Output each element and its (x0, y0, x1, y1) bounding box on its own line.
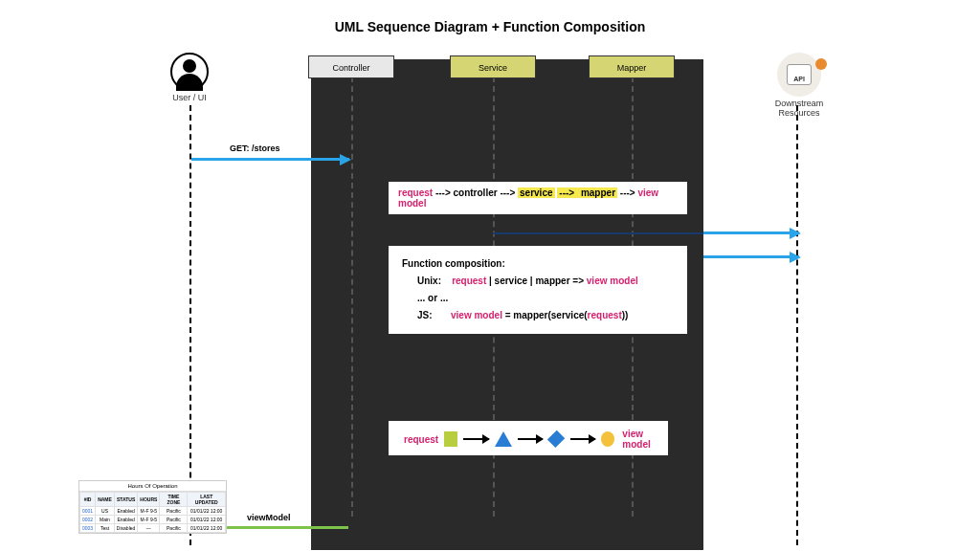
diamond-icon (547, 430, 566, 449)
td: — (138, 524, 160, 533)
js-end: )) (622, 310, 629, 320)
js-label: JS: (417, 310, 433, 320)
td: 0001 (80, 507, 96, 516)
table-header-row: #ID NAME STATUS HOURS TIME ZONE LAST UPD… (80, 493, 226, 507)
table-title: Hours Of Operation (79, 481, 226, 492)
td: US (96, 507, 115, 516)
th: HOURS (138, 493, 160, 507)
api-box-label: API (787, 64, 812, 85)
pipeline-sep3: ---> (557, 187, 579, 198)
shape-viewmodel-label: view model (622, 429, 668, 450)
arrow-request-label: GET: /stores (230, 143, 280, 153)
js-viewmodel: view model (451, 310, 502, 320)
actor-downstream-label: Downstream Resources (756, 99, 842, 118)
td: 01/01/22 12:00 (188, 507, 226, 516)
triangle-icon (495, 431, 512, 447)
lifeline-controller (351, 77, 353, 517)
column-controller: Controller (308, 55, 394, 78)
td: Enabled (114, 516, 137, 524)
composition-title: Function composition: (402, 255, 674, 273)
td: Pacific (160, 524, 188, 533)
td: 01/01/22 12:00 (188, 516, 226, 524)
td: Disabled (114, 524, 137, 533)
td: M-F 9-5 (138, 516, 160, 524)
pipeline-box: request ---> controller ---> service ---… (389, 182, 687, 214)
th: STATUS (114, 493, 137, 507)
table-row: 0002 Main Enabled M-F 9-5 Pacific 01/01/… (80, 516, 226, 524)
diagram-stage: Controller Service Mapper User / UI API … (0, 48, 980, 551)
svc-to-downstream-line (493, 232, 703, 234)
user-icon (170, 53, 209, 91)
shape-arrow-1 (463, 438, 489, 440)
td: 01/01/22 12:00 (188, 524, 226, 533)
composition-box: Function composition: Unix: request | se… (389, 246, 687, 334)
viewmodel-table-thumbnail: Hours Of Operation #ID NAME STATUS HOURS… (78, 480, 227, 534)
actor-user-label: User / UI (161, 93, 218, 102)
td: Pacific (160, 507, 188, 516)
actor-downstream: API Downstream Resources (756, 53, 842, 118)
table-row: 0001 US Enabled M-F 9-5 Pacific 01/01/22… (80, 507, 226, 516)
td: Main (96, 516, 115, 524)
unix-mid: | service | mapper => (489, 276, 587, 286)
pipeline-mapper: mapper (579, 187, 617, 198)
th: LAST UPDATED (188, 493, 226, 507)
th: #ID (80, 493, 96, 507)
shape-request-label: request (404, 434, 438, 445)
unix-viewmodel: view model (587, 276, 638, 286)
td: Test (96, 524, 115, 533)
shapes-box: request view model (389, 421, 668, 455)
lifeline-downstream (796, 105, 798, 545)
td: Enabled (114, 507, 137, 516)
td: M-F 9-5 (138, 507, 160, 516)
pipeline-controller: controller (454, 187, 498, 198)
arrow-return-label: viewModel (247, 513, 291, 522)
gear-icon (815, 58, 827, 70)
column-mapper: Mapper (589, 55, 675, 78)
page-title: UML Sequence Diagram + Function Composit… (0, 0, 980, 34)
composition-or: ... or ... (402, 290, 674, 307)
pipeline-sep1: ---> (435, 187, 454, 198)
unix-label: Unix: (417, 276, 441, 286)
td: 0002 (80, 516, 96, 524)
td: 0003 (80, 524, 96, 533)
th: NAME (96, 493, 115, 507)
pipeline-sep2: ---> (500, 187, 518, 198)
pipeline-request: request (398, 187, 433, 198)
td: Pacific (160, 516, 188, 524)
th: TIME ZONE (160, 493, 188, 507)
table-row: 0003 Test Disabled — Pacific 01/01/22 12… (80, 524, 226, 533)
api-icon: API (777, 53, 821, 97)
shape-arrow-2 (518, 438, 544, 440)
actor-user: User / UI (161, 53, 218, 102)
js-mid: = mapper(service( (505, 310, 588, 320)
js-request: request (588, 310, 622, 320)
column-service: Service (450, 55, 536, 78)
circle-icon (601, 431, 614, 447)
pipeline-service: service (518, 187, 554, 198)
shape-arrow-3 (570, 438, 596, 440)
square-icon (444, 431, 457, 447)
pipeline-sep4: ---> (620, 187, 638, 198)
lifeline-user (189, 105, 191, 545)
unix-request: request (452, 276, 486, 286)
